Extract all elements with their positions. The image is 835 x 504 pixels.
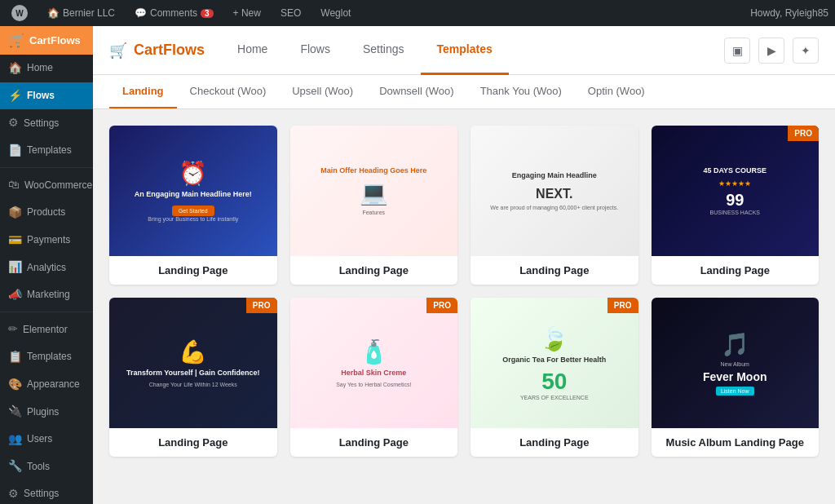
wp-logo-item[interactable]: W [7,0,33,26]
preview-headline-7: Organic Tea For Better Health [502,356,606,365]
settings2-icon: ⚙ [8,486,19,502]
pro-badge-5: PRO [246,298,277,313]
sidebar-item-appearance[interactable]: 🎨 Appearance [0,371,93,399]
sidebar-item-tools[interactable]: 🔧 Tools [0,453,93,480]
template-label-8: Music Album Landing Page [652,428,820,457]
header-video-icon-btn[interactable]: ▶ [758,38,784,64]
header-star-icon-btn[interactable]: ✦ [793,38,819,64]
sidebar-item-elementor[interactable]: ✏ Elementor [0,316,93,343]
sidebar-appearance-label: Appearance [27,378,80,391]
comments-item[interactable]: 💬 Comments 3 [130,0,219,26]
template-card-4[interactable]: PRO 45 DAYS COURSE ★★★★★ 99 BUSINESS HAC… [652,126,820,285]
plugin-header-icons: ▣ ▶ ✦ [724,38,819,64]
woo-icon: 🛍 [8,177,20,193]
preview-number-7: 50 [541,369,567,395]
analytics-icon: 📊 [8,259,22,276]
sidebar-item-payments[interactable]: 💳 Payments [0,227,93,254]
preview-sub-4: BUSINESS HACKS [710,210,760,215]
home-icon: 🏠 [8,60,22,77]
preview-headline-4: 45 DAYS COURSE [703,166,767,176]
template-card-6[interactable]: PRO 🧴 Herbal Skin Creme Say Yes to Herba… [290,298,458,457]
templates-grid: ⏰ An Engaging Main Headline Here! Get St… [109,126,819,457]
sidebar-item-settings2[interactable]: ⚙ Settings [0,480,93,504]
template-label-4: Landing Page [652,256,820,285]
tab-downsell-woo[interactable]: Downsell (Woo) [366,75,467,108]
preview-headline-2: Main Offer Heading Goes Here [320,166,426,176]
sidebar-settings-label: Settings [24,117,59,130]
template-card-5[interactable]: PRO 💪 Transform Yourself | Gain Confiden… [109,298,277,457]
home-icon: 🏠 [47,7,60,19]
weglot-item[interactable]: Weglot [316,0,356,26]
template-preview-7: PRO 🍃 Organic Tea For Better Health 50 Y… [471,298,638,428]
sidebar-item-settings[interactable]: ⚙ Settings [0,109,93,137]
sidebar-analytics-label: Analytics [27,261,66,275]
preview-stars-4: ★★★★★ [718,179,751,188]
sidebar-elementor-label: Elementor [23,323,68,337]
sidebar-item-flows[interactable]: ⚡ Flows [0,82,93,110]
sidebar-item-templates[interactable]: 📄 Templates [0,137,93,165]
template-card-1[interactable]: ⏰ An Engaging Main Headline Here! Get St… [109,126,277,285]
star-icon: ✦ [801,44,811,57]
sidebar-flows-label: Flows [27,89,55,103]
sidebar-cartflows-name: CartFlows [29,34,81,46]
sidebar-item-templates2[interactable]: 📋 Templates [0,343,93,371]
preview-illustration-7: 🍃 [540,325,568,352]
templates2-icon: 📋 [8,349,22,365]
tab-landing[interactable]: Landing [109,75,177,108]
sidebar-settings2-label: Settings [24,487,59,501]
preview-sub-label-8: New Album [721,361,749,367]
template-card-8[interactable]: 🎵 New Album Fever Moon Listen Now Music … [652,298,820,457]
new-item[interactable]: + New [228,0,266,26]
template-card-7[interactable]: PRO 🍃 Organic Tea For Better Health 50 Y… [471,298,638,457]
preview-cta-8: Listen Now [716,387,754,396]
sidebar-payments-label: Payments [27,233,70,247]
sidebar-plugins-label: Plugins [27,405,59,419]
tab-checkout-woo[interactable]: Checkout (Woo) [177,75,280,108]
sidebar-tools-label: Tools [27,460,50,474]
sidebar-item-products[interactable]: 📦 Products [0,199,93,227]
template-label-2: Landing Page [290,256,458,285]
tab-templates[interactable]: Templates [421,26,509,75]
preview-illustration-5: 💪 [179,338,207,365]
sidebar-item-users[interactable]: 👥 Users [0,426,93,453]
template-preview-8: 🎵 New Album Fever Moon Listen Now [652,298,820,428]
sidebar-users-label: Users [27,432,52,446]
new-label: + New [233,7,261,19]
sidebar-item-woocommerce[interactable]: 🛍 WooCommerce [0,171,93,199]
site-name-item[interactable]: 🏠 Bernier LLC [42,0,120,26]
tab-optin-woo[interactable]: Optin (Woo) [575,75,658,108]
preview-btn-1: Get Started [172,206,214,216]
tab-upsell-woo[interactable]: Upsell (Woo) [279,75,366,108]
plugin-brand: 🛒 CartFlows [109,42,205,60]
preview-headline-5: Transform Yourself | Gain Confidence! [126,369,260,378]
products-icon: 📦 [8,205,22,221]
sidebar-cartflows-brand[interactable]: 🛒 CartFlows [0,26,93,55]
template-preview-2: Main Offer Heading Goes Here 💻 Features [290,126,458,256]
template-card-2[interactable]: Main Offer Heading Goes Here 💻 Features … [290,126,458,285]
header-grid-icon-btn[interactable]: ▣ [724,38,750,64]
preview-illustration-1: ⏰ [179,160,207,187]
sidebar-item-marketing[interactable]: 📣 Marketing [0,281,93,309]
plugin-nav: Home Flows Settings Templates [221,26,724,75]
tools-icon: 🔧 [8,458,22,475]
template-card-3[interactable]: Engaging Main Headline NEXT. We are prou… [471,126,638,285]
preview-brand-3: NEXT. [536,187,572,201]
admin-bar: W 🏠 Bernier LLC 💬 Comments 3 + New SEO W… [0,0,835,26]
grid-icon: ▣ [732,44,743,57]
sidebar-item-analytics[interactable]: 📊 Analytics [0,254,93,281]
preview-headline-8: Fever Moon [703,370,767,383]
users-icon: 👥 [8,431,22,448]
marketing-icon: 📣 [8,287,22,303]
sidebar-item-plugins[interactable]: 🔌 Plugins [0,398,93,426]
seo-item[interactable]: SEO [276,0,306,26]
sidebar-products-label: Products [27,206,65,219]
tab-flows[interactable]: Flows [284,26,347,75]
tab-home[interactable]: Home [221,26,284,75]
cartflows-logo-icon: 🛒 [8,33,24,48]
template-preview-5: PRO 💪 Transform Yourself | Gain Confiden… [109,298,277,428]
tab-settings[interactable]: Settings [347,26,421,75]
templates-area: ⏰ An Engaging Main Headline Here! Get St… [93,109,835,504]
preview-sub-5: Change Your Life Within 12 Weeks [149,382,237,387]
tab-thankyou-woo[interactable]: Thank You (Woo) [467,75,575,108]
sidebar-item-home[interactable]: 🏠 Home [0,55,93,82]
